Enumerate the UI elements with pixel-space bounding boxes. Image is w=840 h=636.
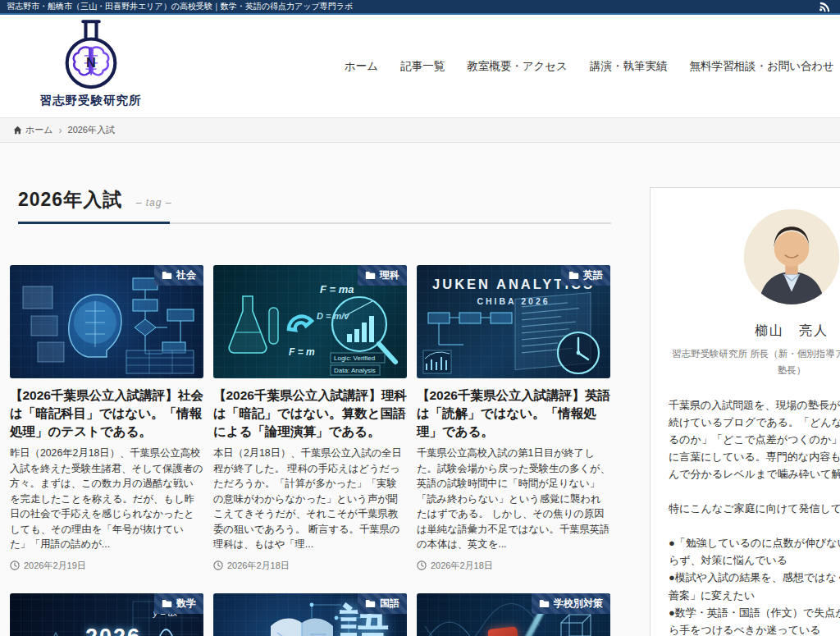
thumbnail-year: 2026: [85, 625, 141, 636]
thumbnail-subheading: CHIBA 2026: [417, 296, 610, 306]
category-badge-label: 国語: [380, 597, 399, 611]
folder-icon: [162, 271, 172, 280]
article-thumbnail-science: F = ma D = m/v F = m Logic: Verified Dat…: [213, 265, 407, 378]
page-head: 2026年入試 – tag –: [10, 187, 611, 224]
folder-icon: [539, 599, 550, 608]
article-date: 2026年2月18日: [227, 560, 290, 572]
breadcrumb-current: 2026年入試: [68, 124, 115, 136]
tag-suffix-label: – tag –: [136, 197, 172, 208]
category-badge[interactable]: 数学: [154, 593, 203, 614]
article-card-science[interactable]: F = ma D = m/v F = m Logic: Verified Dat…: [213, 265, 407, 572]
article-title[interactable]: 【2026千葉県公立入試講評】英語は「読解」ではない。「情報処理」である。: [417, 387, 610, 441]
author-name: 櫛山 亮人: [669, 323, 840, 340]
svg-text:Logic: Verified: Logic: Verified: [334, 355, 375, 362]
category-badge-label: 学校別対策: [554, 597, 603, 611]
category-badge[interactable]: 学校別対策: [532, 593, 610, 614]
author-avatar: [744, 209, 839, 304]
author-intro: 千葉県の入試問題を、現場の塾長が細かく分析し続けているブログである。「どんな力を…: [669, 396, 840, 483]
category-badge[interactable]: 社会: [154, 265, 203, 286]
article-card-math[interactable]: y = ax² 2026 数学: [10, 593, 203, 636]
clock-icon: [417, 561, 427, 570]
breadcrumb-separator: ›: [59, 125, 62, 136]
article-meta: 2026年2月18日: [417, 560, 610, 572]
svg-text:F = ma: F = ma: [320, 283, 354, 295]
top-bar-tagline: 習志野市・船橋市（三山・田喜野井エリア）の高校受験｜数学・英語の得点力アップ専門…: [7, 0, 353, 13]
audience-bullets: ●「勉強しているのに点数が伸びない」理由が分からず、対策に悩んでいる ●模試や入…: [669, 534, 840, 636]
clock-icon: [213, 561, 223, 570]
audience-bullet: ●模試や入試の結果を、感想ではなく「具体的な改善案」に変えたい: [669, 569, 840, 603]
top-utility-bar: 習志野市・船橋市（三山・田喜野井エリア）の高校受験｜数学・英語の得点力アップ専門…: [0, 0, 840, 15]
author-profile-sidebar: 櫛山 亮人 習志野受験研究所 所長（新・個別指導アシスト習志野校 塾長） 千葉県…: [650, 187, 840, 636]
audience-bullet: ●「勉強しているのに点数が伸びない」理由が分からず、対策に悩んでいる: [669, 534, 840, 569]
main-navigation: ホーム 記事一覧 教室概要・アクセス 講演・執筆実績 無料学習相談・お問い合わせ…: [345, 15, 840, 117]
category-badge-label: 数学: [176, 597, 196, 611]
article-date: 2026年2月18日: [431, 560, 493, 572]
article-title[interactable]: 【2026千葉県公立入試講評】理科は「暗記」ではない。算数と国語による「論理演算…: [213, 387, 407, 441]
page-title: 2026年入試: [18, 189, 122, 210]
category-badge-label: 英語: [583, 268, 603, 282]
nav-item-contact[interactable]: 無料学習相談・お問い合わせ: [689, 59, 834, 74]
category-badge-label: 社会: [176, 268, 196, 282]
category-badge[interactable]: 英語: [561, 265, 610, 286]
folder-icon: [162, 599, 172, 608]
folder-icon: [568, 271, 579, 280]
svg-text:F = m: F = m: [289, 346, 315, 358]
breadcrumb-home-link[interactable]: ホーム: [13, 124, 53, 136]
site-logo[interactable]: N 習志野受験研究所: [23, 19, 158, 108]
site-header: N 習志野受験研究所 ホーム 記事一覧 教室概要・アクセス 講演・執筆実績 無料…: [0, 15, 840, 117]
article-thumbnail-japanese: 語 国語: [213, 593, 407, 636]
article-card-school[interactable]: 9 x² − (α・β)x − ab ＝ 0 学校別対策: [417, 593, 610, 636]
folder-icon: [365, 599, 376, 608]
svg-text:Data: Analysis: Data: Analysis: [334, 367, 376, 374]
article-card-japanese[interactable]: 語 国語: [213, 593, 407, 636]
svg-text:D = m/v: D = m/v: [317, 311, 349, 321]
nav-item-access[interactable]: 教室概要・アクセス: [467, 59, 568, 74]
category-badge[interactable]: 理科: [358, 265, 407, 286]
article-excerpt: 昨日（2026年2月18日）、千葉県公立高校入試を終えた受験生諸君、そして保護者…: [10, 446, 203, 552]
folder-icon: [365, 271, 376, 280]
article-title[interactable]: 【2026千葉県公立入試講評】社会は「暗記科目」ではない。「情報処理」のテストで…: [10, 387, 203, 441]
svg-text:N: N: [86, 55, 96, 70]
title-divider: [18, 222, 611, 224]
audience-lead: 特にこんなご家庭に向けて発信している。: [669, 500, 840, 517]
breadcrumb-home-label: ホーム: [25, 124, 53, 136]
article-meta: 2026年2月19日: [10, 560, 203, 572]
article-card-social[interactable]: 社会 【2026千葉県公立入試講評】社会は「暗記科目」ではない。「情報処理」のテ…: [10, 265, 203, 572]
rss-icon[interactable]: [819, 2, 830, 12]
home-icon: [13, 126, 22, 135]
nav-item-achievements[interactable]: 講演・執筆実績: [590, 59, 668, 74]
article-excerpt: 千葉県公立高校入試の第1日目が終了した。試験会場から戻った受験生の多くが、英語の…: [417, 446, 610, 552]
article-list-column: 2026年入試 – tag –: [10, 143, 611, 636]
article-thumbnail-school: 9 x² − (α・β)x − ab ＝ 0 学校別対策: [417, 593, 610, 636]
breadcrumb: ホーム › 2026年入試: [0, 117, 840, 143]
category-badge[interactable]: 国語: [358, 593, 407, 614]
article-date: 2026年2月19日: [24, 560, 86, 572]
content-area: 2026年入試 – tag –: [0, 143, 840, 636]
article-card-english[interactable]: JUKEN ANALYTICS CHIBA 2026 英語 【2026千葉県公立…: [417, 265, 610, 572]
nav-item-home[interactable]: ホーム: [345, 59, 378, 74]
article-grid: 社会 【2026千葉県公立入試講評】社会は「暗記科目」ではない。「情報処理」のテ…: [10, 265, 611, 636]
article-thumbnail-math: y = ax² 2026 数学: [10, 593, 203, 636]
audience-bullet: ●数学・英語・国語（作文）で失点が多く、どこから手をつけるべきか迷っている: [669, 604, 840, 636]
clock-icon: [10, 561, 20, 570]
nav-item-articles[interactable]: 記事一覧: [400, 59, 445, 74]
author-role: 習志野受験研究所 所長（新・個別指導アシスト習志野校 塾長）: [669, 346, 840, 378]
site-name: 習志野受験研究所: [23, 93, 158, 108]
article-excerpt: 本日（2月18日）、千葉県公立入試の全日程が終了した。 理科の手応えはどうだった…: [213, 446, 407, 552]
author-portrait-icon: [744, 209, 839, 304]
article-meta: 2026年2月18日: [213, 560, 407, 572]
article-thumbnail-social: 社会: [10, 265, 203, 378]
article-thumbnail-english: JUKEN ANALYTICS CHIBA 2026 英語: [417, 265, 610, 378]
category-badge-label: 理科: [380, 268, 399, 282]
flask-brain-logo-icon: N: [57, 19, 125, 91]
